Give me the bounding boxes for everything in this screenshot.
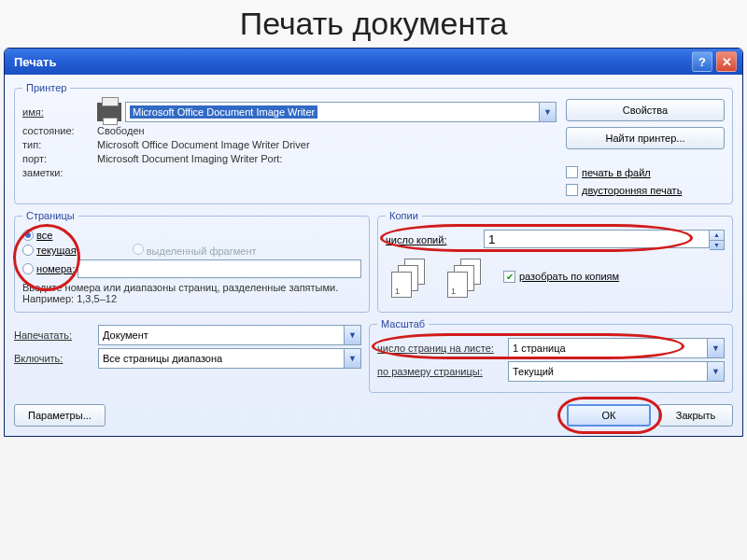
include-value: Все страницы диапазона [99,349,344,368]
scale-to-paper-dropdown[interactable]: Текущий ▼ [508,361,725,382]
pages-selection-label: выделенный фрагмент [147,245,257,257]
chevron-down-icon: ▼ [539,103,556,121]
printer-state-label: состояние: [22,125,97,136]
chevron-down-icon: ▼ [707,362,724,381]
copies-group: Копии число копий: ▲▼ 3 2 1 [377,210,733,313]
printer-state-value: Свободен [97,125,145,136]
page-heading: Печать документа [0,0,747,48]
printer-name-label: имя: [22,106,97,118]
chevron-down-icon: ▼ [707,339,724,357]
titlebar: Печать ? ✕ [5,49,742,75]
copies-legend: Копии [386,210,422,221]
properties-button[interactable]: Свойства [566,99,725,121]
pages-range-input[interactable] [78,259,361,278]
scale-to-paper-value: Текущий [509,362,707,381]
print-what-group: Напечатать: Документ ▼ Включить: Все стр… [14,318,361,393]
printer-notes-label: заметки: [22,167,97,178]
pages-per-sheet-value: 1 страница [509,339,707,357]
print-what-label: Напечатать: [14,329,98,341]
pages-current-radio[interactable] [22,245,34,256]
pages-per-sheet-label: число страниц на листе: [377,343,508,354]
printer-legend: Принтер [22,82,70,93]
pages-selection-radio [133,244,144,255]
pages-legend: Страницы [22,210,78,221]
ok-button[interactable]: ОК [567,404,651,427]
window-close-button[interactable]: ✕ [716,51,737,72]
spinner-down-icon: ▼ [710,241,724,250]
help-button[interactable]: ? [692,51,712,72]
copies-count-label: число копий: [386,234,484,245]
scale-to-paper-label: по размеру страницы: [377,366,508,377]
printer-name-dropdown[interactable]: Microsoft Office Document Image Writer ▼ [125,102,557,122]
spinner-up-icon: ▲ [710,231,724,241]
collate-checkbox[interactable]: ✔разобрать по копиям [503,271,619,283]
printer-type-label: тип: [22,139,97,150]
chevron-down-icon: ▼ [344,326,360,344]
include-label: Включить: [14,353,98,364]
pages-range-label: номера: [36,263,75,274]
options-button[interactable]: Параметры... [14,404,106,427]
pages-per-sheet-dropdown[interactable]: 1 страница ▼ [508,338,725,358]
collate-illustration: 3 2 1 3 2 1 [391,259,485,296]
copies-spinner[interactable]: ▲▼ [710,230,725,250]
pages-all-radio[interactable] [22,230,34,241]
dialog-body: Принтер имя: Microsoft Office Document I… [5,75,742,436]
print-dialog: Печать ? ✕ Принтер имя: Microsoft Office… [4,48,743,437]
print-to-file-checkbox[interactable]: печать в файл [566,166,725,178]
printer-port-label: порт: [22,153,97,164]
pages-all-label: все [36,230,52,241]
chevron-down-icon: ▼ [344,349,360,368]
printer-group: Принтер имя: Microsoft Office Document I… [14,82,733,204]
printer-name-value: Microsoft Office Document Image Writer [130,105,317,119]
dialog-title: Печать [14,55,688,69]
zoom-group: Масштаб число страниц на листе: 1 страни… [369,318,733,393]
close-button[interactable]: Закрыть [658,404,733,427]
dialog-footer: Параметры... ОК Закрыть [14,404,733,427]
printer-port-value: Microsoft Document Imaging Writer Port: [97,153,282,164]
find-printer-button[interactable]: Найти принтер... [566,127,725,149]
print-what-dropdown[interactable]: Документ ▼ [98,325,361,345]
pages-group: Страницы все текущая выделенный фрагмент… [14,210,370,313]
duplex-checkbox[interactable]: двусторонняя печать [566,184,725,196]
pages-range-radio[interactable] [22,263,34,274]
print-what-value: Документ [99,326,344,344]
include-dropdown[interactable]: Все страницы диапазона ▼ [98,348,361,369]
pages-hint: Введите номера или диапазоны страниц, ра… [22,282,361,304]
printer-icon [97,103,121,121]
printer-type-value: Microsoft Office Document Image Writer D… [97,139,310,150]
pages-current-label: текущая [36,245,77,256]
copies-count-input[interactable] [484,230,710,248]
zoom-legend: Масштаб [377,318,429,329]
